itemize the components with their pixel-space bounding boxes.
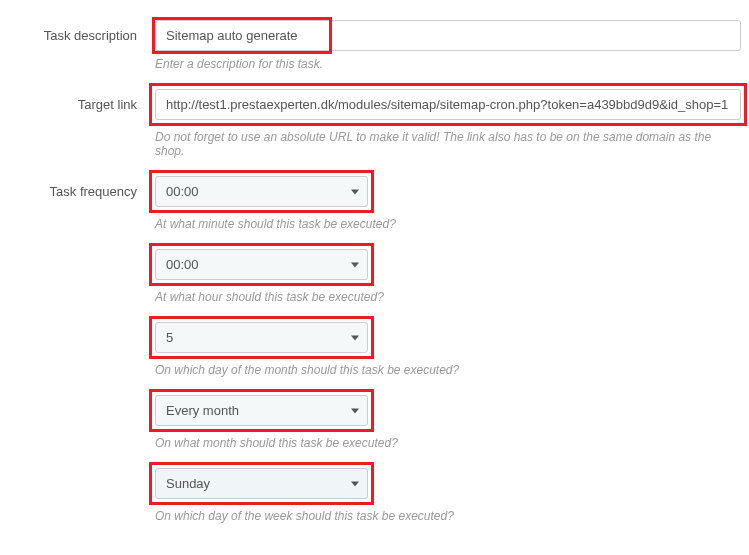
- chevron-down-icon: [351, 189, 359, 194]
- dayofweek-select[interactable]: Sunday: [155, 468, 368, 499]
- minute-select[interactable]: 00:00: [155, 176, 368, 207]
- minute-value: 00:00: [166, 184, 199, 199]
- task-frequency-label: Task frequency: [0, 176, 155, 199]
- dayofmonth-help: On which day of the month should this ta…: [155, 363, 741, 377]
- month-help: On what month should this task be execut…: [155, 436, 741, 450]
- hour-help: At what hour should this task be execute…: [155, 290, 741, 304]
- task-frequency-dayofweek-row: Sunday On which day of the week should t…: [0, 468, 749, 523]
- target-link-input[interactable]: [155, 89, 741, 120]
- hour-select[interactable]: 00:00: [155, 249, 368, 280]
- dayofmonth-select[interactable]: 5: [155, 322, 368, 353]
- month-value: Every month: [166, 403, 239, 418]
- chevron-down-icon: [351, 335, 359, 340]
- task-description-row: Task description Enter a description for…: [0, 20, 749, 71]
- hour-value: 00:00: [166, 257, 199, 272]
- task-description-input[interactable]: [155, 20, 741, 51]
- dayofweek-help: On which day of the week should this tas…: [155, 509, 741, 523]
- dayofmonth-value: 5: [166, 330, 173, 345]
- dayofweek-value: Sunday: [166, 476, 210, 491]
- chevron-down-icon: [351, 481, 359, 486]
- month-select[interactable]: Every month: [155, 395, 368, 426]
- minute-help: At what minute should this task be execu…: [155, 217, 741, 231]
- target-link-row: Target link Do not forget to use an abso…: [0, 89, 749, 158]
- task-frequency-hour-row: 00:00 At what hour should this task be e…: [0, 249, 749, 304]
- chevron-down-icon: [351, 408, 359, 413]
- task-frequency-minute-row: Task frequency 00:00 At what minute shou…: [0, 176, 749, 231]
- task-frequency-month-row: Every month On what month should this ta…: [0, 395, 749, 450]
- task-description-help: Enter a description for this task.: [155, 57, 741, 71]
- chevron-down-icon: [351, 262, 359, 267]
- target-link-label: Target link: [0, 89, 155, 112]
- target-link-help: Do not forget to use an absolute URL to …: [155, 130, 741, 158]
- task-frequency-dayofmonth-row: 5 On which day of the month should this …: [0, 322, 749, 377]
- task-description-label: Task description: [0, 20, 155, 43]
